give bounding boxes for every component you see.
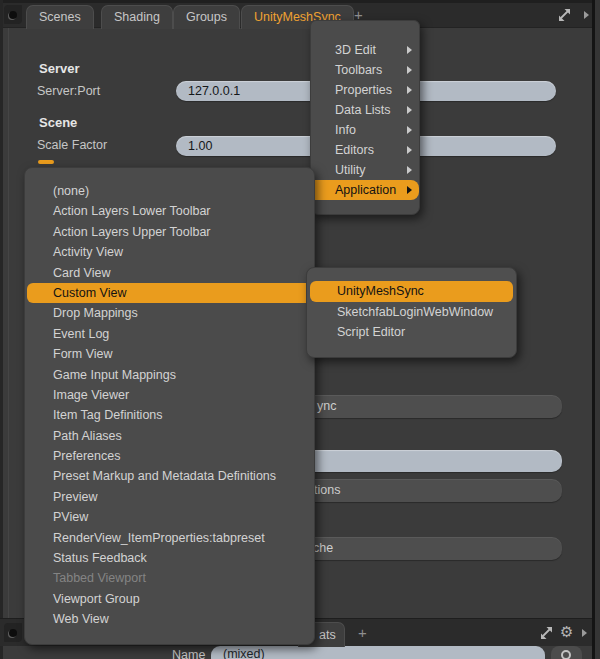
- window-left-edge: [0, 0, 3, 659]
- hidden-dropdown-accent-fragment: [38, 160, 54, 164]
- tab-scenes[interactable]: Scenes: [26, 5, 94, 29]
- viewport-thumb-icon: [9, 629, 17, 637]
- menu-item-status-feedback[interactable]: Status Feedback: [27, 548, 312, 568]
- menu-item-application-label: Application: [335, 183, 396, 197]
- custom-view-submenu: UnityMeshSync SketchfabLoginWebWindow Sc…: [306, 267, 517, 358]
- menu-item-toolbars[interactable]: Toolbars: [311, 60, 419, 80]
- add-tab-button-bottom[interactable]: +: [358, 624, 367, 641]
- name-input[interactable]: (mixed): [211, 646, 545, 659]
- submenu-arrow-icon: [407, 46, 412, 54]
- submenu-arrow-icon: [407, 166, 412, 174]
- menu-item-label: Script Editor: [337, 325, 405, 339]
- menu-item-label: RenderView_ItemProperties:tabpreset: [53, 531, 265, 545]
- name-label: Name: [172, 648, 205, 659]
- menu-item-data-lists-label: Data Lists: [335, 103, 391, 117]
- menu-item-label: Card View: [53, 266, 110, 280]
- tab-scenes-label: Scenes: [39, 10, 81, 24]
- menu-item-label: PView: [53, 510, 88, 524]
- menu-item-preferences[interactable]: Preferences: [27, 446, 312, 466]
- menu-item-game-input-mappings[interactable]: Game Input Mappings: [27, 365, 312, 385]
- server-port-label: Server:Port: [37, 84, 100, 98]
- menu-item-3d-edit[interactable]: 3D Edit: [311, 40, 419, 60]
- menu-item-pview[interactable]: PView: [27, 507, 312, 527]
- submenu-arrow-icon: [407, 186, 412, 194]
- menu-item-renderview-itemproperties[interactable]: RenderView_ItemProperties:tabpreset: [27, 528, 312, 548]
- menu-item-image-viewer[interactable]: Image Viewer: [27, 385, 312, 405]
- menu-item-toolbars-label: Toolbars: [335, 63, 382, 77]
- menu-item-info-label: Info: [335, 123, 356, 137]
- panel-options-arrow-icon[interactable]: [584, 11, 589, 19]
- menu-item-label: Form View: [53, 347, 113, 361]
- menu-item-custom-view[interactable]: Custom View: [27, 283, 312, 303]
- menu-item-label: Image Viewer: [53, 388, 129, 402]
- menu-item-label: Activity View: [53, 245, 123, 259]
- tab-shading-label: Shading: [114, 10, 160, 24]
- menu-item-properties[interactable]: Properties: [311, 80, 419, 100]
- menu-item-label: Action Layers Lower Toolbar: [53, 204, 211, 218]
- circle-icon: [561, 650, 571, 659]
- submenu-arrow-icon: [407, 106, 412, 114]
- viewport-corner-widget[interactable]: [4, 5, 22, 24]
- menu-item-card-view[interactable]: Card View: [27, 263, 312, 283]
- menu-item-drop-mappings[interactable]: Drop Mappings: [27, 303, 312, 323]
- menu-item-unitymeshsync-label: UnityMeshSync: [337, 284, 424, 298]
- submenu-arrow-icon: [407, 66, 412, 74]
- gear-icon[interactable]: ⚙: [560, 625, 573, 640]
- search-circle-button[interactable]: [551, 646, 582, 659]
- menu-item-event-log[interactable]: Event Log: [27, 324, 312, 344]
- tab-stats-label: ats: [319, 628, 336, 642]
- menu-item-info[interactable]: Info: [311, 120, 419, 140]
- server-section-header: Server: [39, 61, 79, 76]
- menu-item-unitymeshsync[interactable]: UnityMeshSync: [310, 281, 513, 302]
- application-viewport-menu: (none) Action Layers Lower Toolbar Actio…: [24, 167, 315, 645]
- menu-item-script-editor[interactable]: Script Editor: [310, 322, 513, 343]
- menu-item-action-layers-lower-toolbar[interactable]: Action Layers Lower Toolbar: [27, 201, 312, 221]
- menu-item-sketchfab-login[interactable]: SketchfabLoginWebWindow: [310, 302, 513, 323]
- submenu-arrow-icon: [407, 146, 412, 154]
- menu-item-label: SketchfabLoginWebWindow: [337, 305, 493, 319]
- menu-item-label: Preferences: [53, 449, 120, 463]
- panel-options-arrow-icon-bottom[interactable]: [582, 629, 587, 637]
- menu-item-label: Viewport Group: [53, 592, 140, 606]
- expand-panel-icon[interactable]: [557, 8, 572, 22]
- submenu-arrow-icon: [407, 86, 412, 94]
- menu-item-3d-edit-label: 3D Edit: [335, 43, 376, 57]
- sync-button-fragment: ync: [317, 395, 336, 418]
- menu-item-activity-view[interactable]: Activity View: [27, 242, 312, 262]
- expand-panel-icon-bottom[interactable]: [539, 626, 554, 640]
- menu-item-label: Tabbed Viewport: [53, 571, 146, 585]
- cache-button-fragment: che: [313, 537, 333, 560]
- menu-item-label: Status Feedback: [53, 551, 147, 565]
- menu-item-label: Item Tag Definitions: [53, 408, 163, 422]
- menu-item-label: Path Aliases: [53, 429, 122, 443]
- menu-item-properties-label: Properties: [335, 83, 392, 97]
- menu-item-editors[interactable]: Editors: [311, 140, 419, 160]
- menu-item-web-view[interactable]: Web View: [27, 609, 312, 629]
- menu-item-preset-markup[interactable]: Preset Markup and Metadata Definitions: [27, 466, 312, 486]
- menu-item-viewport-group[interactable]: Viewport Group: [27, 589, 312, 609]
- unitymeshsync-panel: Scenes Shading Groups UnityMeshSync + Se…: [0, 0, 600, 659]
- menu-item-editors-label: Editors: [335, 143, 374, 157]
- menu-item-path-aliases[interactable]: Path Aliases: [27, 426, 312, 446]
- menu-item-action-layers-upper-toolbar[interactable]: Action Layers Upper Toolbar: [27, 222, 312, 242]
- menu-item-application[interactable]: Application: [311, 180, 419, 200]
- scale-factor-label: Scale Factor: [37, 138, 107, 152]
- menu-item-item-tag-definitions[interactable]: Item Tag Definitions: [27, 405, 312, 425]
- menu-item-data-lists[interactable]: Data Lists: [311, 100, 419, 120]
- menu-item-utility[interactable]: Utility: [311, 160, 419, 180]
- menu-item-utility-label: Utility: [335, 163, 366, 177]
- menu-item-tabbed-viewport: Tabbed Viewport: [27, 568, 312, 588]
- submenu-arrow-icon: [407, 126, 412, 134]
- menu-item-label: Preview: [53, 490, 97, 504]
- window-top-edge: [0, 0, 600, 3]
- tab-shading[interactable]: Shading: [101, 5, 173, 29]
- window-right-gutter: [595, 0, 600, 659]
- menu-item-preview[interactable]: Preview: [27, 487, 312, 507]
- definitions-button-fragment: tions: [314, 479, 340, 502]
- viewport-corner-widget-bottom[interactable]: [4, 623, 22, 642]
- menu-item-label: Game Input Mappings: [53, 368, 176, 382]
- tab-groups[interactable]: Groups: [173, 5, 240, 29]
- menu-item-none[interactable]: (none): [27, 181, 312, 201]
- menu-item-form-view[interactable]: Form View: [27, 344, 312, 364]
- viewport-context-menu: 3D Edit Toolbars Properties Data Lists I…: [310, 20, 420, 215]
